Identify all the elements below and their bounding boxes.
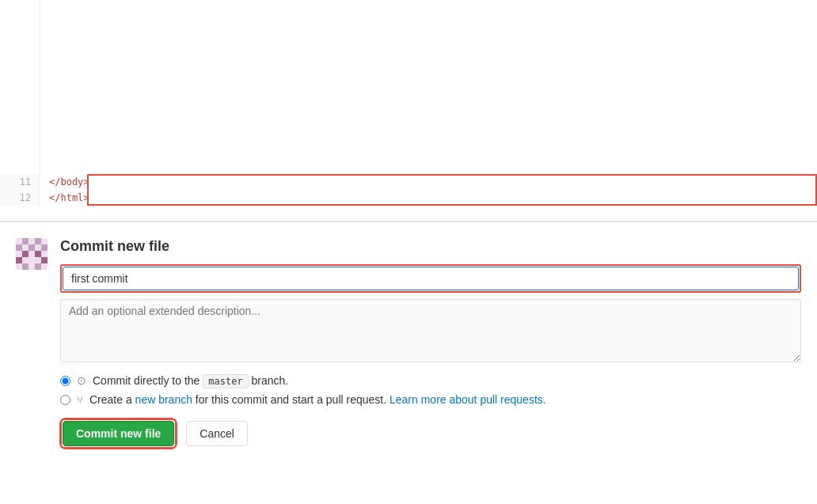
code-lines: 11 </body> 12 </html> [0,0,817,222]
radio-direct-commit: ⊙ Commit directly to the master branch. [60,374,801,387]
commit-new-file-button[interactable]: Commit new file [63,421,174,446]
radio-newbranch-label[interactable]: Create a new branch for this commit and … [89,393,546,406]
commit-message-input-wrapper [60,264,801,293]
radio-new-branch: ⑂ Create a new branch for this commit an… [60,393,801,406]
commit-button-wrapper: Commit new file [60,419,177,449]
highlighted-code-block: 11 </body> 12 </html> [0,174,817,206]
svg-rect-7 [35,251,41,257]
branch-badge: master [203,374,248,388]
radio-newbranch-input[interactable] [60,395,70,405]
commit-description-input[interactable] [60,299,801,362]
code-tag: </body> [49,176,89,188]
line-content-12: </html> [40,190,817,206]
svg-rect-1 [22,238,28,244]
svg-rect-6 [22,251,28,257]
commit-section-title: Commit new file [60,238,801,255]
avatar-image [16,238,48,270]
svg-rect-12 [35,263,41,270]
line-content-11: </body> [40,174,817,190]
avatar-area [16,238,48,270]
page-container: 11 </body> 12 </html> [0,0,817,504]
svg-rect-8 [16,257,22,263]
svg-rect-10 [41,257,48,263]
learn-more-link[interactable]: Learn more about pull requests. [390,393,546,406]
svg-rect-11 [22,263,28,270]
code-editor-section: 11 </body> 12 </html> [0,0,817,222]
svg-rect-4 [28,244,35,251]
new-branch-link[interactable]: new branch [135,393,192,406]
svg-rect-0 [16,238,48,270]
code-line-11: 11 </body> [0,174,817,190]
commit-section: Commit new file ⊙ Commit directly to the… [0,222,817,464]
radio-direct-input[interactable] [60,376,70,386]
svg-rect-2 [35,238,41,244]
line-number-12: 12 [0,190,40,206]
git-commit-icon: ⊙ [77,374,86,387]
svg-rect-5 [41,244,48,251]
commit-options: ⊙ Commit directly to the master branch. … [60,374,801,406]
line-number-11: 11 [0,174,40,190]
avatar [16,238,48,270]
git-branch-icon: ⑂ [77,393,83,406]
cancel-button[interactable]: Cancel [186,421,248,446]
commit-actions: Commit new file Cancel [60,419,801,449]
commit-message-input[interactable] [63,267,799,290]
code-line-12: 12 </html> [0,190,817,206]
commit-form: Commit new file ⊙ Commit directly to the… [60,238,801,449]
empty-editor-space [0,206,817,222]
code-tag: </html> [49,192,89,203]
svg-rect-9 [28,257,35,263]
radio-direct-label[interactable]: Commit directly to the master branch. [93,374,288,387]
svg-rect-3 [16,244,22,251]
